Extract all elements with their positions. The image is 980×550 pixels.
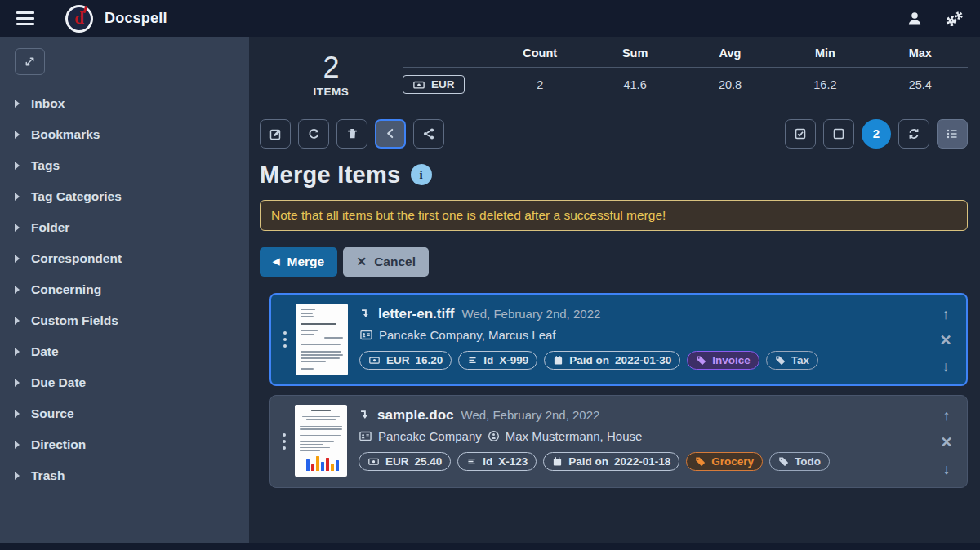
caret-right-icon [15, 286, 20, 294]
sidebar-item-due-date[interactable]: Due Date [15, 367, 249, 398]
sidebar-item-trash[interactable]: Trash [15, 460, 249, 491]
expand-sidebar-button[interactable] [15, 48, 45, 75]
move-down-icon[interactable]: ↓ [943, 462, 951, 477]
sidebar-item-label: Tags [31, 158, 60, 173]
reprocess-button[interactable] [298, 119, 329, 149]
empty-square-icon [832, 127, 845, 140]
sync-arrows-icon [907, 127, 920, 140]
caret-right-icon [15, 100, 20, 108]
items-count-label: ITEMS [314, 86, 350, 98]
bottom-bar [0, 543, 980, 550]
docspell-app: d Docspell Inbox Bookmarks [0, 0, 980, 550]
arrow-turn-down-icon [359, 308, 371, 320]
sidebar-item-label: Correspondent [31, 251, 122, 266]
id-value: X-123 [498, 455, 528, 468]
list-view-button[interactable] [937, 119, 968, 149]
move-up-icon[interactable]: ↑ [942, 307, 950, 322]
remove-item-icon[interactable]: ✕ [939, 333, 951, 348]
caret-right-icon [15, 162, 20, 170]
user-icon[interactable] [906, 11, 923, 27]
address-card-icon [359, 329, 373, 341]
select-all-button[interactable] [785, 119, 816, 149]
remove-item-icon[interactable]: ✕ [940, 435, 952, 450]
deselect-all-button[interactable] [823, 119, 854, 149]
sidebar-item-source[interactable]: Source [15, 398, 249, 429]
cancel-button[interactable]: ✕ Cancel [343, 247, 429, 277]
paid-date: 2022-01-30 [615, 354, 671, 366]
top-navbar: d Docspell [0, 0, 980, 37]
chevron-left-icon [385, 127, 396, 140]
sidebar-item-inbox[interactable]: Inbox [15, 88, 249, 119]
sidebar-item-label: Direction [31, 437, 86, 452]
lines-icon [466, 456, 477, 467]
merge-button[interactable]: ◀ Merge [260, 247, 337, 277]
move-down-icon[interactable]: ↓ [942, 359, 950, 374]
tag-icon [695, 456, 706, 467]
menu-hamburger-icon[interactable] [16, 11, 34, 25]
amount-value: 16.20 [416, 354, 443, 366]
tag-icon [696, 355, 706, 366]
paid-on-chip: Paid on 2022-01-30 [544, 351, 680, 370]
stats-col-sum: Sum [587, 47, 682, 60]
sidebar-item-tags[interactable]: Tags [15, 150, 249, 181]
items-count: 2 [323, 51, 339, 84]
move-up-icon[interactable]: ↑ [943, 408, 951, 423]
sidebar-item-label: Trash [31, 468, 65, 483]
sidebar-item-custom-fields[interactable]: Custom Fields [15, 305, 249, 336]
sidebar-item-bookmarks[interactable]: Bookmarks [15, 119, 249, 150]
item-toolbar: 2 [260, 119, 968, 149]
merge-button-label: Merge [287, 255, 324, 269]
money-bill-icon [368, 355, 381, 366]
tag-icon [778, 456, 789, 467]
tag-chip-grocery: Grocery [686, 452, 763, 471]
id-value: X-999 [499, 354, 528, 366]
caret-right-icon [15, 224, 20, 232]
merge-item-list: letter-en.tiff Wed, February 2nd, 2022 P… [270, 293, 968, 497]
drag-handle-icon[interactable] [275, 403, 293, 480]
selected-count-badge: 2 [862, 119, 891, 149]
street-view-icon [488, 430, 500, 442]
info-icon[interactable]: i [411, 164, 432, 185]
sidebar-item-correspondent[interactable]: Correspondent [15, 243, 249, 274]
item-name[interactable]: letter-en.tiff [378, 306, 455, 322]
tag-label: Invoice [712, 354, 751, 366]
calendar-icon [552, 456, 563, 467]
item-name[interactable]: sample.doc [377, 407, 454, 424]
stats-col-max: Max [873, 47, 968, 60]
sidebar-item-label: Tag Categories [31, 189, 122, 204]
stats-col-min: Min [777, 47, 872, 60]
main-content: 2 ITEMS Count Sum Avg Min Max [249, 37, 980, 543]
caret-right-icon [15, 131, 20, 139]
docspell-logo: d [65, 5, 93, 33]
delete-button[interactable] [336, 119, 368, 149]
share-nodes-icon [422, 127, 435, 140]
stats-val-max: 25.4 [873, 78, 968, 91]
sidebar-item-label: Date [31, 344, 59, 359]
settings-gears-icon[interactable] [944, 10, 964, 28]
refresh-button[interactable] [898, 119, 929, 149]
sidebar-item-concerning[interactable]: Concerning [15, 274, 249, 305]
edit-button[interactable] [260, 119, 291, 149]
item-card-sample-doc[interactable]: sample.doc Wed, February 2nd, 2022 Panca… [270, 395, 968, 488]
amount-value: 25.40 [415, 455, 443, 468]
tag-icon [775, 355, 786, 366]
sidebar-item-label: Bookmarks [31, 127, 100, 142]
item-correspondent: Pancake Company [378, 429, 482, 443]
caret-right-icon [15, 317, 20, 325]
sidebar-item-tag-categories[interactable]: Tag Categories [15, 181, 249, 212]
merge-mode-button[interactable] [375, 119, 406, 149]
sidebar-item-folder[interactable]: Folder [15, 212, 249, 243]
caret-right-icon [15, 441, 20, 449]
sidebar-item-direction[interactable]: Direction [15, 429, 249, 460]
sidebar-item-label: Due Date [31, 375, 86, 390]
item-card-letter-en[interactable]: letter-en.tiff Wed, February 2nd, 2022 P… [270, 293, 968, 386]
sidebar-item-date[interactable]: Date [15, 336, 249, 367]
caret-right-icon [15, 255, 20, 263]
tag-chip-tax: Tax [766, 351, 818, 370]
sidebar-item-label: Source [31, 406, 74, 421]
stats-table: Count Sum Avg Min Max EUR 2 [403, 47, 968, 98]
sidebar-item-label: Concerning [31, 282, 101, 297]
stats-col-count: Count [492, 47, 587, 60]
share-button[interactable] [413, 119, 444, 149]
drag-handle-icon[interactable] [276, 302, 294, 377]
